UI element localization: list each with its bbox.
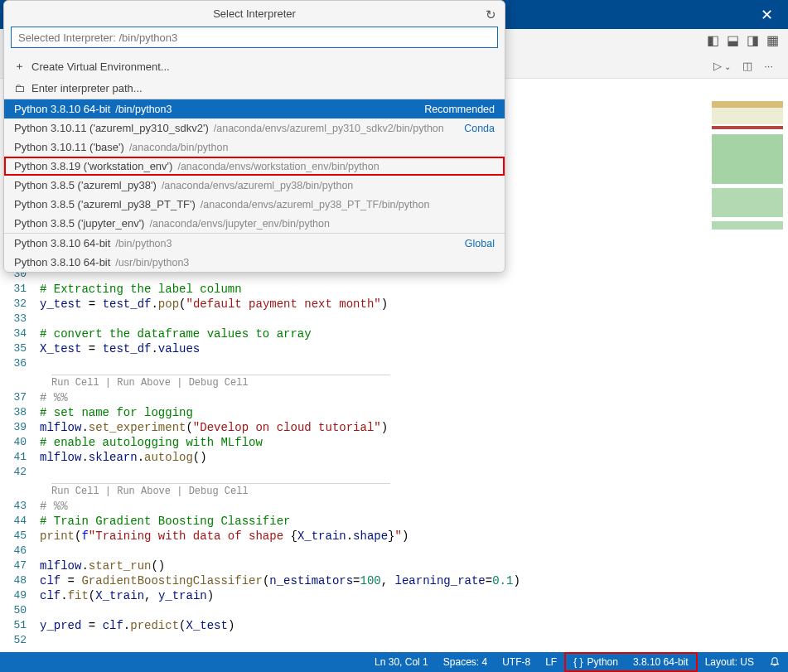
code-content: # convert the dataframe values to array [40, 326, 788, 341]
line-number: 38 [0, 405, 40, 420]
line-number: 34 [0, 326, 40, 341]
interpreter-path: /anaconda/bin/python [129, 142, 229, 153]
code-content [40, 633, 788, 648]
notifications-icon[interactable] [761, 652, 788, 672]
enter-path-action[interactable]: 🗀 Enter interpreter path... [4, 78, 505, 99]
interpreter-option[interactable]: Python 3.10.11 ('base')/anaconda/bin/pyt… [4, 138, 505, 157]
line-number: 44 [0, 514, 40, 529]
code-line[interactable]: 31# Extracting the label column [0, 282, 788, 297]
panel-header: Select Interpreter ↻ [4, 1, 505, 27]
code-line[interactable]: 45print(f"Training with data of shape {X… [0, 529, 788, 544]
interpreter-option[interactable]: Python 3.8.19 ('workstation_env')/anacon… [4, 157, 505, 176]
run-icon[interactable]: ▷ ⌄ [713, 60, 732, 72]
interpreter-option[interactable]: Python 3.10.11 ('azureml_py310_sdkv2')/a… [4, 118, 505, 138]
code-line[interactable]: 37# %% [0, 390, 788, 405]
code-content: mlflow.sklearn.autolog() [40, 450, 788, 465]
interpreter-option[interactable]: Python 3.8.10 64-bit/bin/python3Recommen… [4, 99, 505, 118]
line-number: 49 [0, 588, 40, 603]
split-editor-icon[interactable]: ◫ [742, 60, 752, 72]
indentation-status[interactable]: Spaces: 4 [436, 652, 495, 672]
code-line[interactable]: 32y_test = test_df.pop("default payment … [0, 297, 788, 312]
cursor-position[interactable]: Ln 30, Col 1 [367, 652, 436, 672]
line-number: 42 [0, 465, 40, 480]
interpreter-path: /anaconda/envs/workstation_env/bin/pytho… [177, 161, 379, 172]
interpreter-option[interactable]: Python 3.8.5 ('azureml_py38')/anaconda/e… [4, 176, 505, 195]
eol-status[interactable]: LF [538, 652, 564, 672]
code-line[interactable]: 38# set name for logging [0, 405, 788, 420]
code-line[interactable]: 40# enable autologging with MLflow [0, 435, 788, 450]
layout-panel-right-icon[interactable]: ◨ [747, 34, 760, 47]
interpreter-search-input[interactable] [11, 27, 498, 48]
code-content: X_test = test_df.values [40, 341, 788, 356]
code-line[interactable]: 49clf.fit(X_train, y_train) [0, 588, 788, 603]
code-content: # Train Gradient Boosting Classifier [40, 514, 788, 529]
layout-panel-bottom-icon[interactable]: ⬓ [727, 34, 740, 47]
code-line[interactable]: 48clf = GradientBoostingClassifier(n_est… [0, 573, 788, 588]
interpreter-path: /anaconda/envs/azureml_py38_PT_TF/bin/py… [201, 199, 430, 210]
interpreter-name: Python 3.10.11 ('base') [14, 141, 124, 153]
code-line[interactable]: 44# Train Gradient Boosting Classifier [0, 514, 788, 529]
layout-panel-left-icon[interactable]: ◧ [707, 34, 720, 47]
code-line[interactable]: 43# %% [0, 499, 788, 514]
code-line[interactable]: 42 [0, 465, 788, 480]
code-line[interactable]: 52 [0, 633, 788, 648]
interpreter-option[interactable]: Python 3.8.5 ('jupyter_env')/anaconda/en… [4, 214, 505, 233]
interpreter-name: Python 3.8.19 ('workstation_env') [14, 160, 172, 172]
interpreter-name: Python 3.8.10 64-bit [14, 237, 110, 249]
code-content: # set name for logging [40, 405, 788, 420]
code-content: # enable autologging with MLflow [40, 435, 788, 450]
interpreter-status-highlight: { } Python 3.8.10 64-bit [564, 652, 697, 672]
minimap[interactable] [712, 101, 783, 250]
language-status[interactable]: { } Python [566, 652, 626, 672]
line-number: 33 [0, 312, 40, 326]
code-content [40, 603, 788, 618]
close-icon[interactable]: ✕ [754, 4, 780, 26]
encoding-status[interactable]: UTF-8 [495, 652, 538, 672]
more-actions-icon[interactable]: ··· [764, 60, 773, 72]
cell-controls[interactable]: Run Cell | Run Above | Debug Cell [51, 483, 390, 497]
code-content: mlflow.set_experiment("Develop on cloud … [40, 420, 788, 435]
code-content [40, 312, 788, 326]
code-content: y_test = test_df.pop("default payment ne… [40, 297, 788, 312]
code-line[interactable]: 33 [0, 312, 788, 326]
code-content: # %% [40, 390, 788, 405]
line-number: 45 [0, 529, 40, 544]
line-number: 51 [0, 618, 40, 633]
interpreter-name: Python 3.8.10 64-bit [14, 256, 110, 268]
code-line[interactable]: 39mlflow.set_experiment("Develop on clou… [0, 420, 788, 435]
code-line[interactable]: 36 [0, 356, 788, 371]
code-editor[interactable]: 3031# Extracting the label column32y_tes… [0, 267, 788, 652]
code-line[interactable]: 51y_pred = clf.predict(X_test) [0, 618, 788, 633]
plus-icon: ＋ [14, 59, 25, 74]
line-number: 52 [0, 633, 40, 648]
code-content: # %% [40, 499, 788, 514]
interpreter-badge: Conda [464, 123, 495, 134]
line-number: 47 [0, 558, 40, 573]
python-interpreter-status[interactable]: 3.8.10 64-bit [626, 652, 696, 672]
interpreter-path: /bin/python3 [115, 238, 172, 249]
interpreter-option[interactable]: Python 3.8.5 ('azureml_py38_PT_TF')/anac… [4, 195, 505, 214]
code-line[interactable]: 50 [0, 603, 788, 618]
interpreter-name: Python 3.10.11 ('azureml_py310_sdkv2') [14, 122, 209, 134]
code-line[interactable]: 47mlflow.start_run() [0, 558, 788, 573]
interpreter-badge: Recommended [424, 104, 495, 115]
customize-layout-icon[interactable]: ▦ [766, 34, 780, 47]
refresh-icon[interactable]: ↻ [486, 7, 496, 22]
code-line[interactable]: 34# convert the dataframe values to arra… [0, 326, 788, 341]
line-number: 35 [0, 341, 40, 356]
code-content [40, 356, 788, 371]
interpreter-option[interactable]: Python 3.8.10 64-bit/usr/bin/python3 [4, 253, 505, 272]
keyboard-layout[interactable]: Layout: US [698, 652, 761, 672]
interpreter-name: Python 3.8.5 ('azureml_py38_PT_TF') [14, 198, 196, 210]
status-bar: Ln 30, Col 1 Spaces: 4 UTF-8 LF { } Pyth… [0, 652, 788, 672]
line-number: 41 [0, 450, 40, 465]
code-line[interactable]: 41mlflow.sklearn.autolog() [0, 450, 788, 465]
interpreter-name: Python 3.8.5 ('jupyter_env') [14, 217, 144, 230]
cell-controls[interactable]: Run Cell | Run Above | Debug Cell [51, 375, 390, 389]
code-content: # Extracting the label column [40, 282, 788, 297]
select-interpreter-panel: Select Interpreter ↻ ＋ Create Virtual En… [3, 0, 505, 273]
code-line[interactable]: 35X_test = test_df.values [0, 341, 788, 356]
interpreter-option[interactable]: Python 3.8.10 64-bit/bin/python3Global [4, 234, 505, 253]
code-line[interactable]: 46 [0, 544, 788, 558]
create-venv-action[interactable]: ＋ Create Virtual Environment... [4, 55, 505, 78]
